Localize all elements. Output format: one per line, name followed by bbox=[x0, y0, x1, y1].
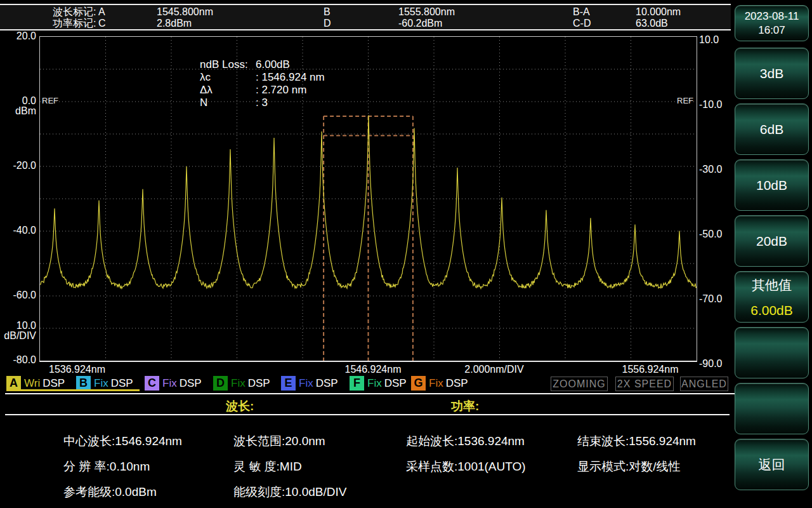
time-text: 16:07 bbox=[758, 23, 785, 37]
status-flag-angled: ANGLED bbox=[680, 377, 728, 391]
y-axis-tick-right: -30.0 bbox=[699, 164, 722, 175]
annotation-value: 6.00dB bbox=[256, 58, 290, 70]
trace-chip-D[interactable]: DFixDSP bbox=[213, 376, 270, 391]
annotation-line: λc: 1546.924 nm bbox=[200, 71, 325, 84]
marker-key: C-D bbox=[573, 18, 591, 29]
sidebar-button-3dB[interactable]: 3dB bbox=[735, 48, 809, 99]
marker-key: A bbox=[98, 6, 105, 18]
sidebar-button-10dB[interactable]: 10dB bbox=[735, 159, 809, 211]
marker-readout-bar: 波长标记:A1545.800nmB1555.800nmB-A10.000nm功率… bbox=[0, 4, 731, 30]
x-label-center: 1546.924nm bbox=[345, 364, 402, 375]
marker-value: 2.8dBm bbox=[157, 18, 192, 29]
sidebar-button-其他值[interactable]: 其他值6.00dB bbox=[735, 271, 809, 323]
marker-value: -60.2dBm bbox=[398, 18, 442, 29]
sidebar-button-20dB[interactable]: 20dB bbox=[735, 215, 809, 267]
sidebar-button-label: 3dB bbox=[760, 66, 783, 81]
trace-proc-label: DSP bbox=[446, 377, 468, 390]
y-axis-tick-right: -90.0 bbox=[699, 359, 722, 369]
spectrum-chart-area[interactable] bbox=[39, 36, 697, 362]
marker-key: C bbox=[98, 18, 106, 29]
trace-chip-C[interactable]: CFixDSP bbox=[145, 376, 202, 391]
annotation-line: N: 3 bbox=[200, 97, 325, 109]
y-scale-unit: dB/DIV bbox=[0, 331, 36, 341]
marker-row-label: 功率标记: bbox=[53, 18, 96, 29]
annotation-key: ndB Loss: bbox=[200, 58, 256, 71]
marker-value: 1555.800nm bbox=[398, 6, 455, 18]
y-axis-unit-left: dBm bbox=[0, 106, 36, 116]
trace-chip-B[interactable]: BFixDSP bbox=[76, 376, 133, 391]
trace-letter-badge: G bbox=[411, 376, 426, 391]
status-flag-zooming: ZOOMING bbox=[551, 377, 608, 391]
sidebar-button-label: 其他值 bbox=[752, 276, 792, 294]
param-cell: 灵 敏 度:MID bbox=[233, 458, 302, 475]
param-cell: 波长范围:20.0nm bbox=[233, 433, 325, 450]
param-cell: 采样点数:1001(AUTO) bbox=[406, 458, 526, 475]
status-flag-2x-speed: 2X SPEED bbox=[615, 377, 674, 391]
trace-chip-G[interactable]: GFixDSP bbox=[411, 376, 468, 391]
trace-mode-label: Fix bbox=[162, 377, 177, 390]
trace-mode-label: Fix bbox=[429, 377, 443, 390]
trace-chip-E[interactable]: EFixDSP bbox=[281, 376, 338, 391]
active-trace-underline bbox=[6, 389, 140, 391]
trace-mode-label: Wri bbox=[24, 377, 40, 390]
separator-line bbox=[5, 393, 797, 394]
sidebar-button-blank-5[interactable] bbox=[735, 327, 809, 378]
x-label-end: 1556.924nm bbox=[622, 364, 679, 375]
trace-proc-label: DSP bbox=[316, 377, 338, 390]
x-label-per-div: 2.000nm/DIV bbox=[464, 364, 523, 375]
y-axis-tick-right: -10.0 bbox=[699, 100, 722, 110]
marker-row: 波长标记:A1545.800nmB1555.800nmB-A10.000nm bbox=[0, 6, 731, 18]
trace-proc-label: DSP bbox=[180, 377, 202, 390]
y-axis-tick-left: -40.0 bbox=[0, 225, 36, 236]
annotation-key: λc bbox=[200, 71, 256, 84]
annotation-line: Δλ: 2.720 nm bbox=[200, 84, 325, 97]
annotation-value: : 3 bbox=[256, 97, 268, 109]
trace-chip-F[interactable]: FFixDSP bbox=[350, 376, 407, 391]
param-cell: 能级刻度:10.0dB/DIV bbox=[233, 484, 346, 500]
y-axis-tick-left: 0.0 bbox=[0, 96, 36, 106]
marker-key: D bbox=[324, 18, 331, 29]
y-axis-tick-right: -50.0 bbox=[699, 229, 722, 239]
wavelength-section-label: 波长: bbox=[226, 398, 254, 415]
trace-letter-badge: D bbox=[213, 376, 228, 391]
datetime-button[interactable]: 2023-08-11 16:07 bbox=[735, 5, 809, 41]
param-cell: 结束波长:1556.924nm bbox=[577, 433, 696, 450]
annotation-key: N bbox=[200, 97, 256, 109]
marker-key: B bbox=[324, 6, 331, 18]
param-cell: 显示模式:对数/线性 bbox=[577, 458, 681, 475]
sidebar-button-label: 6dB bbox=[760, 122, 783, 137]
ndb-measurement-annotation: ndB Loss:6.00dBλc: 1546.924 nmΔλ: 2.720 … bbox=[200, 58, 325, 109]
sidebar-button-label: 10dB bbox=[756, 178, 787, 193]
trace-proc-label: DSP bbox=[111, 377, 133, 390]
sidebar-button-返回[interactable]: 返回 bbox=[735, 439, 809, 490]
sidebar-button-blank-6[interactable] bbox=[735, 383, 809, 434]
marker-row: 功率标记:C2.8dBmD-60.2dBmC-D63.0dB bbox=[0, 18, 731, 29]
sidebar-button-6dB[interactable]: 6dB bbox=[735, 104, 809, 155]
trace-mode-label: Fix bbox=[367, 377, 382, 390]
power-section-label: 功率: bbox=[451, 398, 479, 415]
annotation-line: ndB Loss:6.00dB bbox=[200, 58, 325, 71]
marker-value: 63.0dB bbox=[636, 18, 668, 29]
y-scale-value: 10.0 bbox=[0, 321, 36, 331]
y-axis-tick-left: 20.0 bbox=[0, 31, 36, 41]
trace-letter-badge: A bbox=[6, 376, 21, 391]
marker-key: B-A bbox=[573, 6, 590, 18]
trace-letter-badge: B bbox=[76, 376, 91, 391]
annotation-key: Δλ bbox=[200, 84, 256, 97]
trace-mode-label: Fix bbox=[299, 377, 313, 390]
param-cell: 起始波长:1536.924nm bbox=[406, 433, 525, 450]
trace-letter-badge: E bbox=[281, 376, 296, 391]
trace-chip-A[interactable]: AWriDSP bbox=[6, 376, 65, 391]
y-axis-tick-left: -80.0 bbox=[0, 355, 36, 365]
x-label-start: 1536.924nm bbox=[49, 364, 105, 375]
ref-label-left: REF bbox=[42, 97, 58, 105]
param-cell: 中心波长:1546.924nm bbox=[63, 433, 182, 450]
param-cell: 分 辨 率:0.10nm bbox=[63, 458, 150, 475]
param-cell: 参考能级:0.0dBm bbox=[63, 484, 157, 500]
y-axis-tick-left: -20.0 bbox=[0, 161, 36, 171]
sidebar-button-label: 20dB bbox=[756, 234, 787, 249]
trace-mode-label: Fix bbox=[231, 377, 246, 390]
trace-mode-label: Fix bbox=[94, 377, 108, 390]
annotation-value: : 2.720 nm bbox=[256, 84, 306, 96]
y-axis-tick-left: -60.0 bbox=[0, 290, 36, 300]
